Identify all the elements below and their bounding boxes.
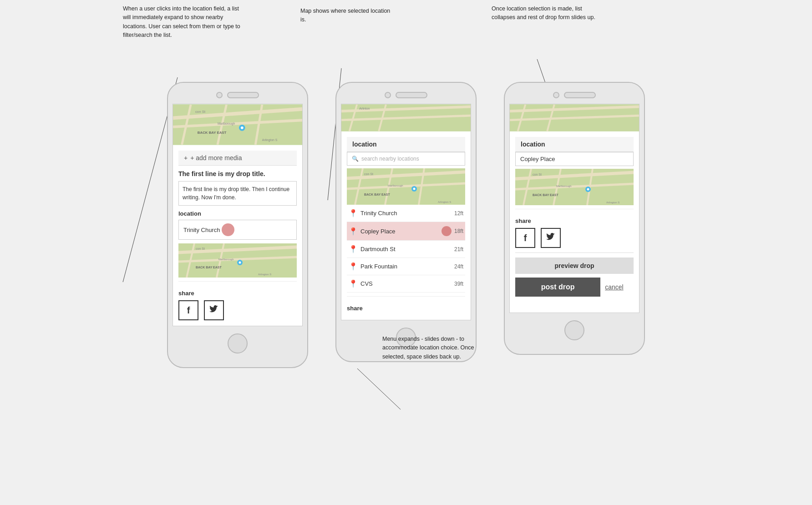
location-item-trinity[interactable]: 📍 Trinity Church 12ft <box>347 205 465 222</box>
camera-icon-p2 <box>385 92 391 98</box>
phone-2-top <box>341 92 471 98</box>
twitter-icon-p1 <box>209 305 218 316</box>
phone-2-screen: Arlinton location 🔍 search nearby locati… <box>341 104 471 320</box>
svg-text:BACK BAY EAST: BACK BAY EAST <box>533 193 559 197</box>
map-top-phone3 <box>510 104 639 131</box>
phone-2-wrapper: Arlinton location 🔍 search nearby locati… <box>335 82 477 368</box>
facebook-btn-p1[interactable]: f <box>178 300 198 320</box>
map-main-p2: con St Marlborough BACK BAY EAST Arlingt… <box>347 168 465 205</box>
location-dist-trinity: 12ft <box>454 210 463 217</box>
social-icons-p1: f <box>178 300 297 320</box>
location-item-dartmouth[interactable]: 📍 Dartmouth St 21ft <box>347 241 465 258</box>
phone-2: Arlinton location 🔍 search nearby locati… <box>335 82 477 362</box>
annotation-2: Map shows where selected location is. <box>300 7 391 25</box>
location-dist-dartmouth: 21ft <box>454 246 463 252</box>
post-btn-label: post drop <box>541 283 575 291</box>
post-drop-button[interactable]: post drop <box>515 278 600 297</box>
annotation-4: Menu expands - slides down - to accommod… <box>382 335 492 361</box>
facebook-icon-p3: f <box>524 233 527 243</box>
pin-icon-3: 📍 <box>349 245 358 253</box>
annotation-1-text: When a user clicks into the location fie… <box>123 5 240 38</box>
location-list-p2: 📍 Trinity Church 12ft 📍 Copley Place 18f… <box>347 205 465 293</box>
phones-row: con St Marlborough BACK BAY EAST Arlingt… <box>167 82 645 368</box>
svg-text:Marlborough: Marlborough <box>218 258 234 261</box>
speaker <box>227 92 259 98</box>
share-label-p1: share <box>178 290 297 297</box>
phone-1-screen: con St Marlborough BACK BAY EAST Arlingt… <box>173 104 303 326</box>
cancel-link[interactable]: cancel <box>605 283 623 291</box>
phone-3-top <box>509 92 639 98</box>
camera-icon-p3 <box>553 92 559 98</box>
svg-text:con St: con St <box>195 110 206 114</box>
preview-drop-button[interactable]: preview drop <box>515 258 634 274</box>
camera-icon <box>216 92 223 98</box>
phone-1-bottom <box>173 333 303 354</box>
location-item-cvs[interactable]: 📍 CVS 39ft <box>347 275 465 293</box>
svg-point-30 <box>239 262 241 264</box>
speaker-p2 <box>396 92 427 98</box>
search-input-p2[interactable]: 🔍 search nearby locations <box>347 152 465 166</box>
svg-text:Marlborough: Marlborough <box>218 122 235 126</box>
drop-title: The first line is my drop title. <box>178 170 297 177</box>
twitter-btn-p3[interactable] <box>541 228 561 248</box>
social-icons-p3: f <box>515 228 634 248</box>
location-value-p1: Trinity Church <box>183 227 220 233</box>
pin-icon-5: 📍 <box>349 279 358 288</box>
home-button-p1[interactable] <box>228 333 248 354</box>
pin-icon-1: 📍 <box>349 209 358 217</box>
cancel-label: cancel <box>605 283 623 291</box>
search-placeholder-p2: search nearby locations <box>361 156 419 162</box>
pin-icon-4: 📍 <box>349 262 358 271</box>
svg-text:con St: con St <box>364 172 373 176</box>
facebook-btn-p3[interactable]: f <box>515 228 535 248</box>
svg-text:Arlinton: Arlinton <box>359 107 370 110</box>
svg-text:Arlington S: Arlington S <box>258 273 271 276</box>
svg-text:Marlborough: Marlborough <box>556 185 572 187</box>
location-name-trinity: Trinity Church <box>360 210 452 217</box>
post-cancel-row: post drop cancel <box>515 278 634 297</box>
annotation-dot-p2 <box>442 226 452 236</box>
twitter-btn-p1[interactable] <box>204 300 224 320</box>
location-name-park: Park Fountain <box>360 263 452 270</box>
location-name-copley: Copley Place <box>360 228 437 235</box>
divider-p3 <box>515 252 634 253</box>
location-item-copley[interactable]: 📍 Copley Place 18ft <box>347 222 465 241</box>
svg-text:BACK BAY EAST: BACK BAY EAST <box>196 266 222 269</box>
annotation-4-text: Menu expands - slides down - to accommod… <box>382 336 474 360</box>
svg-text:Marlborough: Marlborough <box>388 184 403 187</box>
drop-body-text[interactable]: The first line is my drop title. Then I … <box>178 181 297 206</box>
location-name-dartmouth: Dartmouth St <box>360 246 452 252</box>
location-selected-p3[interactable]: Copley Place <box>515 152 634 166</box>
preview-btn-label: preview drop <box>554 262 594 269</box>
home-button-p3[interactable] <box>564 320 584 340</box>
svg-line-3 <box>357 369 401 409</box>
twitter-icon-p3 <box>546 233 555 243</box>
map-top-phone1: con St Marlborough BACK BAY EAST Arlingt… <box>173 104 302 145</box>
svg-text:Arlington S: Arlington S <box>438 201 451 203</box>
pin-icon-2: 📍 <box>349 227 358 236</box>
phone-3-wrapper: location Copley Place <box>504 82 645 368</box>
location-label-p3: location <box>521 141 545 148</box>
map-main-p3: con St Marlborough BACK BAY EAST Arlingt… <box>515 169 634 205</box>
phone-3: location Copley Place <box>504 82 645 355</box>
share-section-p1: share f <box>178 281 297 320</box>
annotation-2-text: Map shows where selected location is. <box>300 8 390 23</box>
location-input-p1[interactable]: Trinity Church <box>178 220 297 240</box>
phone-3-screen: location Copley Place <box>509 104 639 313</box>
location-dist-cvs: 39ft <box>454 281 463 287</box>
location-header-p2: location <box>347 137 465 152</box>
map-mini-p1: con St Marlborough BACK BAY EAST Arlingt… <box>178 243 297 278</box>
location-item-park[interactable]: 📍 Park Fountain 24ft <box>347 258 465 275</box>
location-dist-copley: 18ft <box>454 228 463 234</box>
svg-text:Arlington S: Arlington S <box>606 201 619 204</box>
annotation-dot-p1 <box>222 223 234 236</box>
svg-text:BACK BAY EAST: BACK BAY EAST <box>198 131 227 135</box>
add-media-bar[interactable]: + + add more media <box>178 151 297 166</box>
share-label-p2: share <box>347 305 465 312</box>
facebook-icon-p1: f <box>187 305 190 316</box>
plus-icon: + <box>184 154 188 162</box>
share-section-p2: share <box>347 296 465 312</box>
phone-1: con St Marlborough BACK BAY EAST Arlingt… <box>167 82 308 368</box>
share-label-p3: share <box>515 217 634 224</box>
svg-point-48 <box>413 188 416 190</box>
